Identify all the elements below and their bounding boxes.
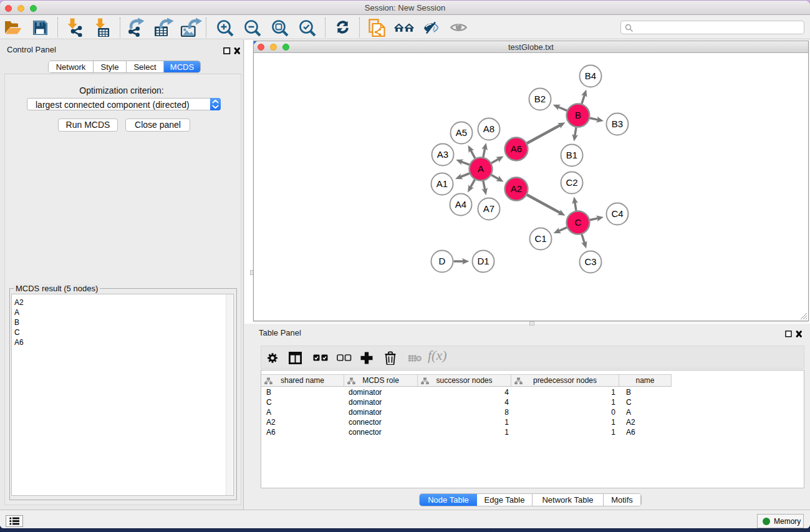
svg-text:A4: A4 (455, 199, 466, 210)
svg-text:B: B (575, 110, 581, 120)
svg-text:B1: B1 (566, 150, 577, 160)
svg-text:C1: C1 (534, 233, 546, 244)
svg-text:D: D (439, 256, 446, 266)
svg-text:B3: B3 (612, 118, 623, 129)
svg-text:A6: A6 (511, 143, 522, 154)
svg-text:A3: A3 (437, 149, 448, 160)
svg-text:A2: A2 (511, 183, 522, 194)
svg-text:A5: A5 (456, 127, 467, 138)
svg-text:D1: D1 (477, 256, 489, 266)
svg-text:C4: C4 (611, 208, 623, 219)
svg-text:A7: A7 (483, 203, 494, 214)
svg-text:C: C (575, 217, 582, 228)
svg-text:C3: C3 (584, 256, 596, 267)
svg-text:A1: A1 (436, 178, 448, 189)
svg-text:B4: B4 (585, 70, 596, 81)
svg-text:A8: A8 (483, 123, 494, 134)
svg-text:A: A (478, 163, 484, 174)
svg-text:C2: C2 (566, 177, 577, 188)
svg-text:B2: B2 (534, 94, 546, 104)
